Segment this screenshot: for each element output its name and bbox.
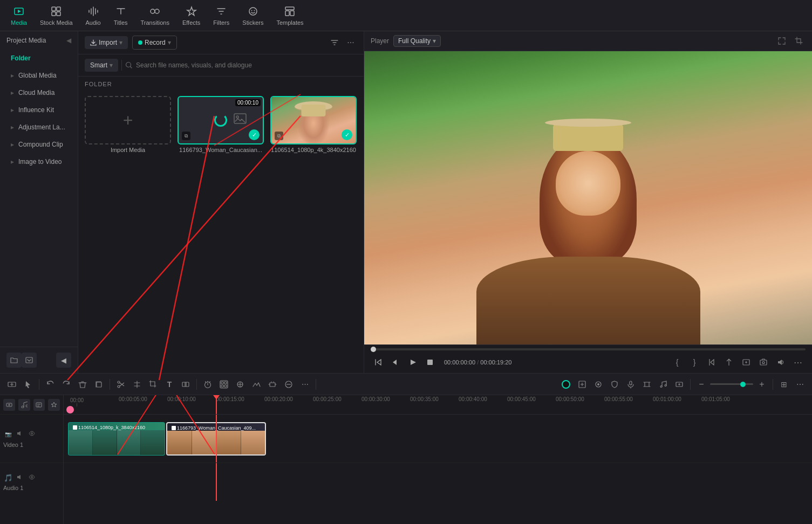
media-panel: Import ▾ Record ▾ ··· — [78, 31, 364, 373]
audio-track-mute-btn[interactable] — [15, 473, 25, 482]
composite-btn[interactable] — [233, 377, 248, 392]
copy-btn[interactable] — [91, 377, 106, 392]
nav-item-audio[interactable]: Audio — [79, 3, 107, 28]
camera-record-btn[interactable] — [591, 377, 606, 392]
stop-btn[interactable] — [422, 355, 438, 370]
frame-back-btn[interactable] — [388, 355, 403, 370]
import-folder-btn[interactable] — [22, 353, 37, 368]
svg-rect-10 — [285, 7, 294, 10]
split-btn[interactable] — [129, 377, 145, 392]
svg-rect-12 — [290, 11, 294, 16]
collapse-panel-btn[interactable]: ◀ — [56, 353, 71, 368]
more-controls-btn[interactable]: ⋯ — [790, 355, 806, 370]
redo-btn[interactable] — [59, 377, 74, 392]
in-point-btn[interactable]: { — [670, 355, 685, 370]
nav-item-stock[interactable]: Stock Media — [33, 3, 79, 28]
mask-btn[interactable] — [281, 377, 296, 392]
add-subtitle-track-btn[interactable] — [33, 399, 45, 411]
video-track-mute-btn[interactable] — [15, 430, 25, 439]
nav-item-filters[interactable]: Filters — [207, 3, 236, 28]
ai-frame-btn[interactable] — [575, 377, 590, 392]
sidebar-item-cloud[interactable]: ▸ Cloud Media — [2, 85, 76, 101]
undo-btn[interactable] — [43, 377, 58, 392]
media-item-clip1[interactable]: 00:00:10 ⧉ — [178, 96, 264, 153]
folder-header: FOLDER — [78, 77, 364, 92]
video-track-camera-btn[interactable]: 📷 — [3, 430, 13, 439]
skip-back-btn[interactable] — [371, 355, 386, 370]
sidebar-item-image2video[interactable]: ▸ Image to Video — [2, 154, 76, 170]
cut-btn[interactable] — [113, 377, 128, 392]
more-right-btn[interactable]: ⋯ — [793, 377, 808, 392]
progress-bar[interactable] — [371, 348, 806, 350]
nav-item-templates[interactable]: Templates — [270, 3, 310, 28]
clip-ends-btn[interactable] — [178, 377, 193, 392]
sidebar-item-influence[interactable]: ▸ Influence Kit — [2, 102, 76, 118]
add-audio-track-btn[interactable] — [18, 399, 30, 411]
nav-item-effects[interactable]: Effects — [176, 3, 207, 28]
nav-item-titles[interactable]: Titles — [107, 3, 134, 28]
sidebar-collapse-btn[interactable]: ◀ — [66, 37, 71, 44]
fullscreen-icon-btn[interactable] — [775, 35, 788, 47]
mic-btn[interactable] — [623, 377, 638, 392]
stabilize-btn[interactable] — [265, 377, 280, 392]
sidebar-item-folder[interactable]: Folder — [2, 50, 76, 66]
speed-btn[interactable] — [200, 377, 215, 392]
video-clip-1[interactable]: 1106514_1080p_k_3840x2160 — [68, 422, 165, 456]
out-point-btn[interactable]: } — [687, 355, 702, 370]
delete-btn[interactable] — [75, 377, 90, 392]
record-button[interactable]: Record ▾ — [132, 36, 177, 50]
audio-track-icon[interactable]: 🎵 — [3, 473, 13, 482]
snap-to-screen-btn[interactable] — [739, 355, 754, 370]
media-thumb-clip2: 00:00:09 ⧉ ✓ — [270, 96, 357, 144]
more-options-btn[interactable]: ··· — [344, 36, 357, 49]
import-media-thumb[interactable]: + — [85, 96, 171, 144]
ai-music-btn[interactable] — [656, 377, 671, 392]
select-tool-btn[interactable] — [21, 377, 36, 392]
media-thumb-clip1: 00:00:10 ⧉ — [178, 96, 264, 144]
play-btn[interactable] — [405, 355, 420, 370]
zoom-out-btn[interactable]: − — [694, 377, 709, 392]
zoom-in-btn[interactable]: + — [754, 377, 769, 392]
sidebar-item-global[interactable]: ▸ Global Media — [2, 67, 76, 84]
add-track-btn[interactable] — [4, 377, 19, 392]
crop-icon-btn[interactable] — [793, 35, 806, 47]
record-circle-btn[interactable] — [558, 377, 574, 392]
svg-point-36 — [597, 383, 599, 385]
group-btn[interactable] — [216, 377, 231, 392]
nav-item-stickers[interactable]: Stickers — [236, 3, 270, 28]
more-tools-btn[interactable]: ⋯ — [297, 377, 312, 392]
zoom-slider[interactable] — [710, 383, 753, 385]
screenshot-btn[interactable] — [756, 355, 771, 370]
filter-icon-btn[interactable] — [328, 36, 341, 49]
audio-track-eye-btn[interactable] — [27, 473, 37, 482]
crop-tool-btn[interactable] — [146, 377, 161, 392]
import-button[interactable]: Import ▾ — [85, 36, 128, 49]
nav-item-media[interactable]: Media — [4, 3, 33, 28]
import-media-item[interactable]: + Import Media — [85, 96, 171, 153]
sidebar-item-adjustment[interactable]: ▸ Adjustment La... — [2, 119, 76, 135]
motion-btn[interactable] — [249, 377, 264, 392]
progress-handle[interactable] — [371, 347, 376, 352]
nav-item-transitions[interactable]: Transitions — [134, 3, 176, 28]
playhead-video-track — [216, 415, 217, 463]
text-btn[interactable]: T — [162, 377, 177, 392]
add-marker-btn[interactable] — [721, 355, 736, 370]
add-effect-track-btn[interactable] — [48, 399, 60, 411]
timeline-ruler[interactable]: 00:00 00:00:05:00 00:00:10:00 00:00:15:0… — [64, 395, 812, 415]
quality-select[interactable]: Full Quality ▾ — [393, 35, 441, 47]
shield-btn[interactable] — [607, 377, 622, 392]
zoom-in-track-btn[interactable] — [672, 377, 687, 392]
video-track-eye-btn[interactable] — [27, 430, 37, 439]
add-video-track-btn[interactable] — [3, 399, 15, 411]
svg-point-43 — [26, 405, 28, 407]
mix-btn[interactable] — [639, 377, 654, 392]
search-input[interactable] — [136, 61, 357, 69]
smart-button[interactable]: Smart ▾ — [85, 59, 118, 72]
volume-btn[interactable] — [773, 355, 788, 370]
media-item-clip2[interactable]: 00:00:09 ⧉ ✓ — [270, 96, 357, 153]
grid-view-btn[interactable]: ⊞ — [776, 377, 791, 392]
sidebar-item-compound[interactable]: ▸ Compound Clip — [2, 136, 76, 153]
prev-marker-btn[interactable] — [704, 355, 719, 370]
svg-point-39 — [665, 384, 666, 386]
new-folder-btn[interactable] — [6, 353, 22, 368]
